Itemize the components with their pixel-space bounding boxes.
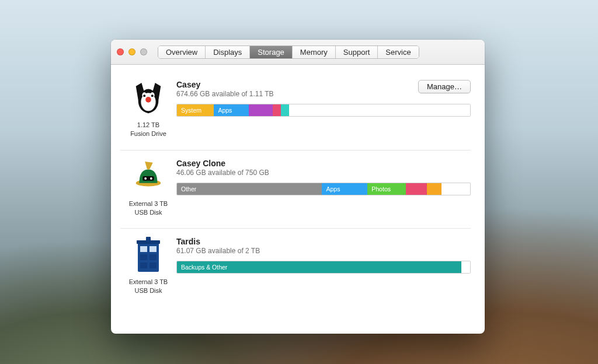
svg-rect-15 [140, 254, 147, 260]
marvin-icon [130, 159, 167, 196]
tab-overview[interactable]: Overview [158, 46, 206, 58]
svg-point-9 [150, 177, 152, 180]
drive-caption-line1: External 3 TB [129, 200, 168, 208]
drive-name: Tardis [176, 237, 260, 246]
sylvester-icon [130, 80, 167, 117]
tardis-icon [130, 237, 167, 274]
tab-displays[interactable]: Displays [206, 46, 250, 58]
drive-available-text: 674.66 GB available of 1.11 TB [176, 90, 274, 98]
drive-available-text: 61.07 GB available of 2 TB [176, 247, 260, 255]
svg-rect-16 [150, 254, 157, 260]
drive-header: Casey674.66 GB available of 1.11 TBManag… [176, 80, 471, 98]
drive-icon-column: External 3 TBUSB Disk [120, 159, 176, 217]
drive-caption-line1: 1.12 TB [137, 121, 159, 130]
tab-storage[interactable]: Storage [250, 46, 293, 58]
tab-support[interactable]: Support [336, 46, 378, 58]
storage-segment-other: Other [177, 183, 322, 195]
storage-segment-backups-other: Backups & Other [177, 261, 461, 273]
svg-rect-18 [150, 262, 157, 268]
drive-caption-line2: Fusion Drive [130, 130, 166, 138]
svg-rect-12 [146, 237, 151, 242]
storage-content: 1.12 TBFusion DriveCasey674.66 GB availa… [111, 65, 485, 334]
drive-caption-line2: USB Disk [134, 286, 162, 295]
storage-segment [461, 261, 470, 273]
storage-segment-apps: Apps [214, 104, 249, 116]
svg-point-1 [145, 97, 151, 103]
tab-memory[interactable]: Memory [293, 46, 336, 58]
storage-segment [281, 104, 289, 116]
storage-segment [249, 104, 273, 116]
drive-available-text: 46.06 GB available of 750 GB [176, 169, 269, 177]
drive-icon-column: 1.12 TBFusion Drive [120, 80, 176, 138]
drive-name: Casey [176, 80, 274, 89]
window-titlebar: OverviewDisplaysStorageMemorySupportServ… [111, 40, 485, 65]
close-icon[interactable] [117, 48, 124, 55]
drive-info: Casey674.66 GB available of 1.11 TBManag… [176, 80, 471, 138]
storage-segment [427, 183, 441, 195]
drive-name: Casey Clone [176, 159, 269, 168]
svg-point-4 [143, 94, 145, 97]
drive-info: Tardis61.07 GB available of 2 TBBackups … [176, 237, 471, 295]
svg-rect-17 [140, 262, 147, 268]
drive-row-casey: 1.12 TBFusion DriveCasey674.66 GB availa… [120, 72, 471, 150]
storage-segment [441, 183, 452, 195]
window-traffic-lights [117, 48, 147, 55]
storage-segment-photos: Photos [367, 183, 405, 195]
drive-info: Casey Clone46.06 GB available of 750 GBO… [176, 159, 471, 217]
storage-segment-apps: Apps [322, 183, 367, 195]
drive-row-tardis: External 3 TBUSB DiskTardis61.07 GB avai… [120, 229, 471, 307]
about-this-mac-window: OverviewDisplaysStorageMemorySupportServ… [111, 40, 485, 334]
storage-segment [406, 183, 427, 195]
storage-bar: Backups & Other [176, 261, 471, 274]
drive-caption-line2: USB Disk [134, 208, 162, 217]
tab-service[interactable]: Service [378, 46, 418, 58]
storage-bar: SystemApps [176, 104, 471, 117]
drive-icon-column: External 3 TBUSB Disk [120, 237, 176, 295]
manage-button[interactable]: Manage… [418, 80, 471, 93]
drive-row-casey-clone: External 3 TBUSB DiskCasey Clone46.06 GB… [120, 150, 471, 229]
storage-segment-system: System [177, 104, 214, 116]
svg-point-8 [144, 177, 147, 180]
svg-rect-13 [140, 246, 147, 252]
drive-header: Tardis61.07 GB available of 2 TB [176, 237, 471, 255]
drive-caption-line1: External 3 TB [129, 278, 168, 286]
storage-segment [289, 104, 470, 116]
storage-bar: OtherAppsPhotos [176, 183, 471, 195]
zoom-icon[interactable] [140, 48, 147, 55]
drive-header: Casey Clone46.06 GB available of 750 GB [176, 159, 471, 177]
minimize-icon[interactable] [128, 48, 135, 55]
svg-rect-14 [150, 246, 157, 252]
storage-segment [273, 104, 281, 116]
tab-strip: OverviewDisplaysStorageMemorySupportServ… [158, 46, 419, 59]
svg-point-5 [151, 94, 154, 97]
